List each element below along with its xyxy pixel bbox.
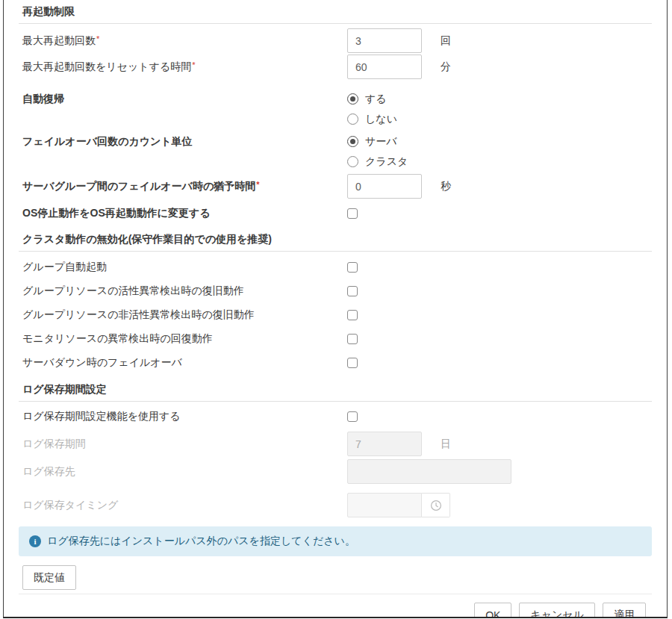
disable-cluster-ops-list: グループ自動起動 グループリソースの活性異常検出時の復旧動作 グループリソースの…: [19, 255, 652, 375]
log-retention-period-unit: 日: [441, 438, 451, 451]
auto-recovery-options: する しない: [347, 89, 397, 129]
reset-time-control: 分: [347, 55, 451, 79]
reset-time-unit: 分: [441, 60, 451, 74]
failover-grace-unit: 秒: [441, 180, 451, 193]
group-auto-start-row: グループ自動起動: [19, 255, 652, 279]
auto-recovery-label-text: 自動復帰: [22, 93, 64, 105]
group-auto-start-checkbox[interactable]: [347, 262, 358, 273]
group-resource-activation-recovery-row: グループリソースの活性異常検出時の復旧動作: [19, 279, 652, 303]
log-retention-enable-label: ログ保存期間設定機能を使用する: [22, 410, 347, 423]
max-reboot-label: 最大再起動回数*: [22, 34, 347, 48]
max-reboot-label-text: 最大再起動回数: [22, 34, 96, 46]
auto-recovery-no-label: しない: [365, 113, 397, 126]
failover-count-option-cluster[interactable]: クラスタ: [347, 152, 408, 172]
default-button[interactable]: 既定値: [22, 565, 76, 590]
reset-time-label: 最大再起動回数をリセットする時間*: [22, 60, 347, 74]
max-reboot-control: 回: [347, 28, 451, 53]
radio-selected-icon: [347, 93, 358, 105]
radio-unselected-icon: [347, 156, 358, 167]
radio-unselected-icon: [347, 113, 358, 125]
required-asterisk: *: [192, 60, 195, 69]
max-reboot-unit: 回: [441, 34, 451, 48]
log-retention-timing-group: [347, 493, 450, 517]
log-retention-enable-row: ログ保存期間設定機能を使用する: [19, 408, 652, 425]
failover-grace-row: サーバグループ間のフェイルオーバ時の猶予時間* 秒: [19, 174, 652, 199]
auto-recovery-option-no[interactable]: しない: [347, 109, 397, 129]
failover-count-option-server[interactable]: サーバ: [347, 131, 397, 152]
info-banner: i ログ保存先にはインストールパス外のパスを指定してください。: [19, 526, 652, 556]
reset-time-row: 最大再起動回数をリセットする時間* 分: [19, 55, 652, 79]
log-retention-period-label: ログ保存期間: [22, 438, 347, 451]
auto-recovery-row: 自動復帰 する しない: [19, 89, 652, 129]
log-retention-timing-input: [347, 493, 422, 517]
monitor-resource-recovery-checkbox[interactable]: [347, 334, 358, 344]
server-down-failover-checkbox[interactable]: [347, 358, 358, 368]
failover-count-unit-label: フェイルオーバ回数のカウント単位: [22, 131, 347, 152]
section-log-retention-title: ログ保存期間設定: [19, 378, 652, 402]
cancel-button[interactable]: キャンセル: [519, 603, 595, 618]
required-asterisk: *: [96, 34, 99, 43]
group-resource-activation-recovery-label: グループリソースの活性異常検出時の復旧動作: [22, 284, 347, 298]
dialog-content: 再起動制限 最大再起動回数* 回 最大再起動回数をリセットする時間* 分 自動復…: [4, 0, 667, 618]
cluster-properties-dialog: 再起動制限 最大再起動回数* 回 最大再起動回数をリセットする時間* 分 自動復…: [3, 0, 668, 618]
max-reboot-input[interactable]: [347, 28, 422, 53]
log-retention-dest-label: ログ保存先: [22, 465, 347, 479]
ok-button[interactable]: OK: [474, 603, 511, 618]
group-resource-deactivation-recovery-label: グループリソースの非活性異常検出時の復旧動作: [22, 308, 347, 322]
group-resource-activation-recovery-checkbox[interactable]: [347, 286, 358, 296]
auto-recovery-option-yes[interactable]: する: [347, 89, 387, 109]
os-stop-to-reboot-label: OS停止動作をOS再起動動作に変更する: [22, 207, 347, 220]
failover-grace-label: サーバグループ間のフェイルオーバ時の猶予時間*: [22, 180, 347, 193]
dialog-footer: OK キャンセル 適用: [19, 594, 652, 618]
log-retention-dest-row: ログ保存先: [19, 459, 652, 484]
required-asterisk: *: [256, 180, 259, 189]
server-down-failover-row: サーバダウン時のフェイルオーバ: [19, 351, 652, 375]
failover-count-cluster-label: クラスタ: [365, 155, 408, 169]
log-retention-period-row: ログ保存期間 日: [19, 432, 652, 456]
log-retention-timing-row: ログ保存タイミング: [19, 493, 652, 517]
reset-time-input[interactable]: [347, 55, 422, 79]
failover-count-server-label: サーバ: [365, 135, 397, 149]
info-banner-text: ログ保存先にはインストールパス外のパスを指定してください。: [47, 535, 355, 548]
failover-count-unit-row: フェイルオーバ回数のカウント単位 サーバ クラスタ: [19, 131, 652, 172]
failover-count-unit-label-text: フェイルオーバ回数のカウント単位: [22, 135, 193, 147]
os-stop-to-reboot-row: OS停止動作をOS再起動動作に変更する: [19, 205, 652, 222]
failover-grace-control: 秒: [347, 174, 451, 199]
auto-recovery-label: 自動復帰: [22, 89, 347, 109]
os-stop-to-reboot-checkbox[interactable]: [347, 208, 358, 219]
time-picker-button: [422, 493, 450, 517]
os-stop-to-reboot-control: [347, 208, 358, 219]
section-restart-limit-title: 再起動制限: [19, 0, 652, 24]
monitor-resource-recovery-label: モニタリソースの異常検出時の回復動作: [22, 332, 347, 346]
log-retention-timing-label: ログ保存タイミング: [22, 499, 347, 512]
log-retention-period-input: [347, 432, 422, 456]
failover-grace-input[interactable]: [347, 174, 422, 199]
monitor-resource-recovery-row: モニタリソースの異常検出時の回復動作: [19, 327, 652, 351]
log-retention-dest-input: [347, 459, 511, 484]
radio-selected-icon: [347, 136, 358, 147]
group-resource-deactivation-recovery-row: グループリソースの非活性異常検出時の復旧動作: [19, 303, 652, 327]
failover-grace-label-text: サーバグループ間のフェイルオーバ時の猶予時間: [22, 180, 255, 192]
reset-time-label-text: 最大再起動回数をリセットする時間: [22, 60, 191, 72]
apply-button[interactable]: 適用: [603, 603, 646, 618]
os-stop-to-reboot-label-text: OS停止動作をOS再起動動作に変更する: [22, 207, 211, 219]
server-down-failover-label: サーバダウン時のフェイルオーバ: [22, 356, 347, 370]
group-resource-deactivation-recovery-checkbox[interactable]: [347, 310, 358, 320]
group-auto-start-label: グループ自動起動: [22, 261, 347, 274]
auto-recovery-yes-label: する: [365, 93, 387, 106]
max-reboot-row: 最大再起動回数* 回: [19, 28, 652, 53]
info-icon: i: [29, 535, 41, 547]
clock-icon: [430, 500, 442, 511]
section-disable-cluster-ops-title: クラスタ動作の無効化(保守作業目的での使用を推奨): [19, 228, 652, 252]
failover-count-unit-options: サーバ クラスタ: [347, 131, 408, 172]
log-retention-enable-checkbox[interactable]: [347, 411, 358, 422]
